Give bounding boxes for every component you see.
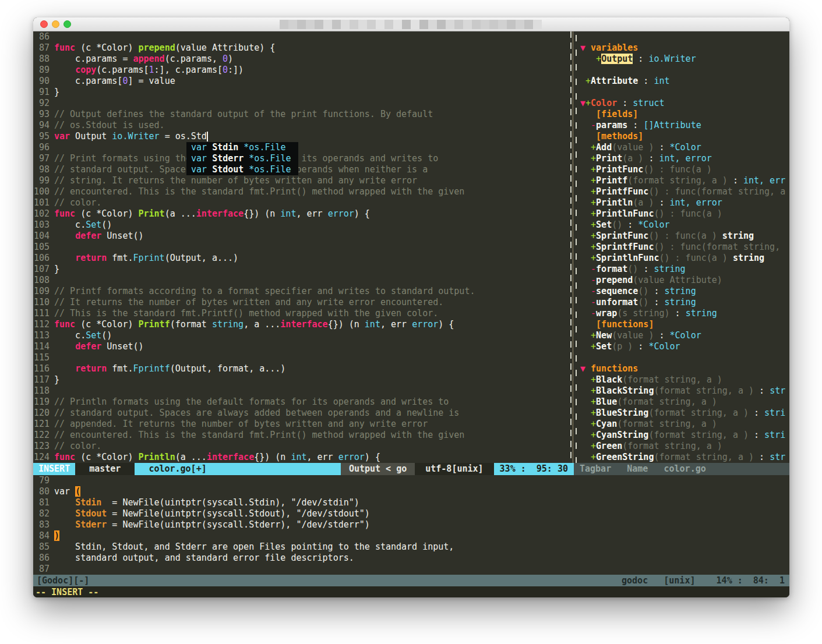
tagbar-row[interactable]: [fields]: [578, 109, 789, 120]
code-line[interactable]: 96: [33, 142, 568, 153]
code-line[interactable]: 118: [33, 385, 568, 397]
code-window[interactable]: 8687func (c *Color) prepend(value Attrib…: [33, 31, 568, 463]
code-line[interactable]: 119// Println formats using the default …: [33, 397, 568, 408]
tagbar-row[interactable]: +Cyan(format string, a ): [578, 419, 789, 430]
code-line[interactable]: 92: [33, 98, 568, 109]
godoc-line[interactable]: 85 Stdin, Stdout, and Stderr are open Fi…: [33, 542, 789, 553]
code-line[interactable]: 95var Output io.Writer = os.Std: [33, 131, 568, 142]
close-button[interactable]: [40, 20, 48, 28]
godoc-line[interactable]: 81 Stdin = NewFile(uintptr(syscall.Stdin…: [33, 497, 789, 508]
tagbar-row[interactable]: +BlueString(format string, a ) : stri: [578, 408, 789, 419]
tagbar-row[interactable]: +CyanString(format string, a ) : stri: [578, 430, 789, 441]
tagbar-row[interactable]: +Black(format string, a ): [578, 374, 789, 385]
code-line[interactable]: 117}: [33, 374, 568, 385]
tagbar-row[interactable]: [methods]: [578, 131, 789, 142]
code-line[interactable]: 103 c.Set(): [33, 220, 568, 231]
tagbar-row[interactable]: [578, 65, 789, 76]
code-line[interactable]: 121// appended. It returns the number of…: [33, 419, 568, 430]
tagbar-row[interactable]: +SprintFunc() : func(a ) string: [578, 231, 789, 242]
tagbar-row[interactable]: +Set(p ) : *Color: [578, 341, 789, 352]
tagbar-row[interactable]: +Blue(format string, a ): [578, 397, 789, 408]
tagbar-row[interactable]: [578, 31, 789, 43]
code-line[interactable]: 109// Printf formats according to a form…: [33, 286, 568, 297]
tagbar-row[interactable]: -sequence() : string: [578, 286, 789, 297]
godoc-line[interactable]: 87: [33, 564, 789, 575]
tagbar-row[interactable]: +Attribute : int: [578, 76, 789, 87]
tagbar-row[interactable]: -format() : string: [578, 264, 789, 275]
tagbar-row[interactable]: +PrintlnFunc() : func(a ): [578, 208, 789, 220]
minimize-button[interactable]: [52, 20, 59, 28]
code-line[interactable]: 107}: [33, 264, 568, 275]
code-line[interactable]: 113 c.Set(): [33, 330, 568, 341]
code-line[interactable]: 114 defer Unset(): [33, 341, 568, 352]
tagbar-row[interactable]: ▼+Color : struct: [578, 98, 789, 109]
completion-item[interactable]: var Stdout *os.File: [186, 164, 298, 175]
vertical-split-separator[interactable]: [568, 31, 578, 463]
code-line[interactable]: 102func (c *Color) Print(a ...interface{…: [33, 208, 568, 220]
code-line[interactable]: 105: [33, 242, 568, 253]
code-line[interactable]: 101// color.: [33, 197, 568, 208]
godoc-line[interactable]: 82 Stdout = NewFile(uintptr(syscall.Stdo…: [33, 508, 789, 519]
tagbar-row[interactable]: +GreenString(format string, a ) : str: [578, 452, 789, 463]
code-line[interactable]: 93// Output defines the standard output …: [33, 109, 568, 120]
code-line[interactable]: 123// color.: [33, 441, 568, 452]
code-line[interactable]: 122// encountered. This is the standard …: [33, 430, 568, 441]
tagbar-row[interactable]: +SprintfFunc() : func(format string,: [578, 242, 789, 253]
line-number: 114: [33, 341, 50, 352]
code-line[interactable]: 115: [33, 352, 568, 363]
code-line[interactable]: 111// This is the standard fmt.Printf() …: [33, 308, 568, 319]
tagbar-row[interactable]: -params : []Attribute: [578, 120, 789, 131]
tagbar-row[interactable]: ▼ functions: [578, 363, 789, 374]
zoom-button[interactable]: [63, 20, 71, 28]
godoc-line[interactable]: 84): [33, 530, 789, 542]
tagbar-row[interactable]: +SprintlnFunc() : func(a ) string: [578, 253, 789, 264]
code-line[interactable]: 86: [33, 31, 568, 43]
code-line[interactable]: 108: [33, 275, 568, 286]
tagbar-row[interactable]: +Println(a ) : int, error: [578, 197, 789, 208]
code-line[interactable]: 120// standard output. Spaces are always…: [33, 408, 568, 419]
code-line[interactable]: 116 return fmt.Fprintf(Output, format, a…: [33, 363, 568, 374]
code-line[interactable]: 99// string. It returns the number of by…: [33, 175, 568, 186]
tagbar-row[interactable]: [578, 87, 789, 98]
tagbar-row[interactable]: +PrintfFunc() : func(format string, a: [578, 186, 789, 197]
code-line[interactable]: 106 return fmt.Fprint(Output, a...): [33, 253, 568, 264]
code-line[interactable]: 89 copy(c.params[1:], c.params[0:]): [33, 65, 568, 76]
code-text: func (c *Color) Println(a ...interface{}…: [54, 452, 380, 463]
tagbar-row[interactable]: -prepend(value Attribute): [578, 275, 789, 286]
tagbar-row[interactable]: +Green(format string, a ): [578, 441, 789, 452]
tagbar-sidebar[interactable]: ▼ variables +Output : io.Writer +Attribu…: [578, 31, 789, 463]
godoc-line[interactable]: 83 Stderr = NewFile(uintptr(syscall.Stde…: [33, 519, 789, 530]
tagbar-row[interactable]: [functions]: [578, 319, 789, 330]
code-line[interactable]: 124func (c *Color) Println(a ...interfac…: [33, 452, 568, 463]
code-line[interactable]: 87func (c *Color) prepend(value Attribut…: [33, 43, 568, 54]
tagbar-row[interactable]: +Add(value ) : *Color: [578, 142, 789, 153]
tagbar-row[interactable]: +BlackString(format string, a ) : str: [578, 385, 789, 397]
code-line[interactable]: 91}: [33, 87, 568, 98]
tagbar-row[interactable]: ▼ variables: [578, 43, 789, 54]
tagbar-row[interactable]: +New(value ) : *Color: [578, 330, 789, 341]
godoc-line[interactable]: 79: [33, 475, 789, 486]
code-line[interactable]: 90 c.params[0] = value: [33, 76, 568, 87]
tagbar-row[interactable]: +Printf(format string, a ) : int, err: [578, 175, 789, 186]
command-line: -- INSERT --: [33, 586, 789, 597]
tagbar-row[interactable]: +PrintFunc() : func(a ): [578, 164, 789, 175]
tagbar-row[interactable]: -wrap(s string) : string: [578, 308, 789, 319]
tagbar-row[interactable]: [578, 352, 789, 363]
godoc-line[interactable]: 86 standard output, and standard error f…: [33, 553, 789, 564]
code-line[interactable]: 104 defer Unset(): [33, 231, 568, 242]
completion-item[interactable]: var Stderr *os.File: [186, 153, 298, 164]
godoc-line[interactable]: 80var (: [33, 486, 789, 497]
completion-item[interactable]: var Stdin *os.File: [186, 142, 298, 153]
code-line[interactable]: 112func (c *Color) Printf(format string,…: [33, 319, 568, 330]
code-line[interactable]: 98// standard output. Spaces are added b…: [33, 164, 568, 175]
godoc-preview-window[interactable]: 7980var (81 Stdin = NewFile(uintptr(sysc…: [33, 475, 789, 575]
tagbar-row[interactable]: +Print(a ) : int, error: [578, 153, 789, 164]
tagbar-row[interactable]: +Output : io.Writer: [578, 54, 789, 65]
code-line[interactable]: 94// os.Stdout is used.: [33, 120, 568, 131]
tagbar-row[interactable]: +Set() : *Color: [578, 220, 789, 231]
code-line[interactable]: 110// It returns the number of bytes wri…: [33, 297, 568, 308]
code-line[interactable]: 97// Print formats using the default for…: [33, 153, 568, 164]
tagbar-row[interactable]: -unformat() : string: [578, 297, 789, 308]
code-line[interactable]: 100// encountered. This is the standard …: [33, 186, 568, 197]
code-line[interactable]: 88 c.params = append(c.params, 0): [33, 54, 568, 65]
